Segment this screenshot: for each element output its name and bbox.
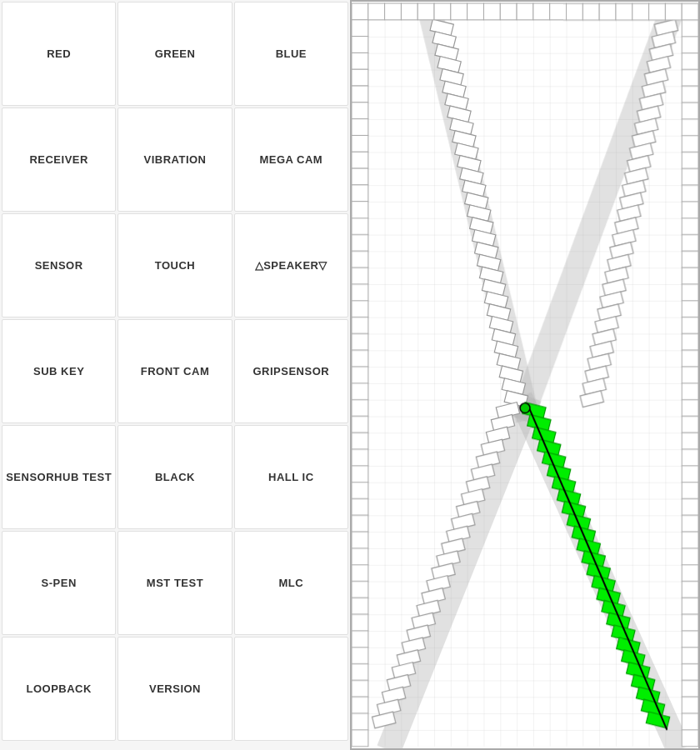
svg-rect-158 bbox=[352, 301, 368, 318]
svg-rect-149 bbox=[352, 152, 368, 169]
svg-rect-170 bbox=[352, 499, 368, 516]
svg-rect-136 bbox=[616, 3, 632, 20]
svg-rect-201 bbox=[682, 284, 698, 301]
cell-label-1: GREEN bbox=[155, 48, 196, 60]
grid-cell-15[interactable]: S-PEN bbox=[2, 531, 116, 635]
cell-label-15: S-PEN bbox=[42, 577, 77, 589]
svg-rect-206 bbox=[682, 367, 698, 383]
svg-rect-184 bbox=[352, 730, 368, 747]
svg-rect-180 bbox=[352, 664, 368, 681]
svg-rect-223 bbox=[682, 648, 698, 664]
cell-label-7: TOUCH bbox=[155, 259, 195, 272]
svg-rect-163 bbox=[352, 383, 368, 400]
grid-cell-1[interactable]: GREEN bbox=[118, 2, 232, 106]
svg-rect-186 bbox=[682, 37, 698, 53]
cell-label-18: LOOPBACK bbox=[26, 682, 91, 695]
svg-rect-166 bbox=[352, 432, 368, 449]
svg-rect-188 bbox=[682, 70, 698, 87]
svg-rect-133 bbox=[567, 3, 583, 20]
svg-rect-122 bbox=[385, 3, 402, 20]
grid-cell-13[interactable]: BLACK bbox=[118, 425, 232, 529]
svg-rect-132 bbox=[550, 3, 567, 20]
svg-rect-190 bbox=[682, 102, 698, 119]
grid-cell-11[interactable]: GRIPSENSOR bbox=[234, 319, 348, 423]
grid-cell-17[interactable]: MLC bbox=[234, 531, 348, 635]
border-right bbox=[682, 20, 698, 747]
grid-cell-5[interactable]: MEGA CAM bbox=[234, 108, 348, 212]
svg-rect-140 bbox=[682, 3, 698, 20]
svg-rect-220 bbox=[682, 598, 698, 614]
grid-cell-3[interactable]: RECEIVER bbox=[2, 108, 116, 212]
grid-cell-14[interactable]: HALL IC bbox=[234, 425, 348, 529]
grid-cell-19[interactable]: VERSION bbox=[118, 637, 232, 741]
svg-rect-227 bbox=[682, 713, 698, 730]
svg-rect-194 bbox=[682, 168, 698, 185]
svg-rect-138 bbox=[649, 3, 666, 20]
grid-cell-7[interactable]: TOUCH bbox=[118, 213, 232, 318]
svg-rect-212 bbox=[682, 466, 698, 482]
svg-rect-222 bbox=[682, 631, 698, 648]
svg-rect-145 bbox=[352, 86, 368, 102]
svg-rect-177 bbox=[352, 614, 368, 631]
svg-rect-218 bbox=[682, 565, 698, 582]
svg-rect-228 bbox=[682, 730, 698, 747]
svg-rect-151 bbox=[352, 185, 368, 202]
svg-rect-225 bbox=[682, 680, 698, 697]
grid-cell-9[interactable]: SUB KEY bbox=[2, 319, 116, 423]
svg-rect-210 bbox=[682, 432, 698, 449]
grid-cell-12[interactable]: SENSORHUB TEST bbox=[2, 425, 116, 529]
cell-label-19: VERSION bbox=[149, 682, 201, 695]
svg-rect-209 bbox=[682, 417, 698, 433]
grid-cell-16[interactable]: MST TEST bbox=[118, 531, 232, 635]
svg-rect-195 bbox=[682, 185, 698, 202]
svg-rect-156 bbox=[352, 268, 368, 284]
cell-label-3: RECEIVER bbox=[29, 153, 88, 166]
cell-label-6: SENSOR bbox=[35, 259, 83, 272]
svg-rect-152 bbox=[352, 202, 368, 218]
grid-cell-10[interactable]: FRONT CAM bbox=[118, 319, 232, 423]
svg-rect-153 bbox=[352, 218, 368, 235]
svg-rect-167 bbox=[352, 449, 368, 466]
svg-rect-183 bbox=[352, 713, 368, 730]
cell-label-12: SENSORHUB TEST bbox=[6, 471, 112, 483]
cell-label-0: RED bbox=[47, 48, 71, 60]
svg-rect-219 bbox=[682, 582, 698, 598]
svg-rect-148 bbox=[352, 136, 368, 152]
svg-rect-162 bbox=[352, 367, 368, 383]
grid-cell-8[interactable]: △SPEAKER▽ bbox=[234, 213, 348, 318]
svg-rect-205 bbox=[682, 350, 698, 367]
grid-cell-18[interactable]: LOOPBACK bbox=[2, 637, 116, 741]
svg-rect-128 bbox=[483, 3, 500, 20]
svg-rect-185 bbox=[682, 20, 698, 37]
svg-rect-134 bbox=[582, 3, 599, 20]
grid-cell-6[interactable]: SENSOR bbox=[2, 213, 116, 318]
cell-label-5: MEGA CAM bbox=[259, 153, 322, 166]
svg-rect-130 bbox=[517, 3, 533, 20]
svg-rect-120 bbox=[352, 3, 368, 20]
diagram-panel bbox=[350, 0, 700, 750]
svg-rect-193 bbox=[682, 152, 698, 169]
svg-rect-202 bbox=[682, 301, 698, 318]
grid-cell-0[interactable]: RED bbox=[2, 2, 116, 106]
svg-rect-178 bbox=[352, 631, 368, 648]
svg-rect-214 bbox=[682, 499, 698, 516]
svg-rect-126 bbox=[451, 3, 468, 20]
svg-rect-127 bbox=[468, 3, 484, 20]
svg-rect-211 bbox=[682, 449, 698, 466]
grid-cell-2[interactable]: BLUE bbox=[234, 2, 348, 106]
svg-rect-224 bbox=[682, 664, 698, 681]
cell-label-2: BLUE bbox=[276, 48, 307, 60]
svg-rect-169 bbox=[352, 482, 368, 499]
svg-rect-131 bbox=[533, 3, 550, 20]
test-grid-panel[interactable]: REDGREENBLUERECEIVERVIBRATIONMEGA CAMSEN… bbox=[0, 0, 350, 750]
svg-rect-125 bbox=[434, 3, 451, 20]
grid-cell-4[interactable]: VIBRATION bbox=[118, 108, 232, 212]
border-top bbox=[352, 3, 698, 20]
svg-rect-143 bbox=[352, 53, 368, 70]
svg-rect-173 bbox=[352, 548, 368, 565]
svg-rect-161 bbox=[352, 350, 368, 367]
svg-rect-165 bbox=[352, 417, 368, 433]
cell-label-16: MST TEST bbox=[147, 577, 203, 589]
svg-rect-179 bbox=[352, 648, 368, 664]
grid-cell-20[interactable] bbox=[234, 637, 348, 741]
